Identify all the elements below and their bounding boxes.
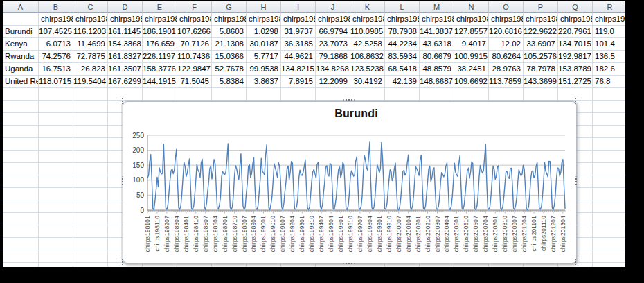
cell[interactable] (108, 88, 143, 101)
cell[interactable] (212, 88, 247, 101)
cell[interactable]: 28.9763 (489, 63, 524, 76)
cell[interactable]: 119.0 (593, 26, 625, 38)
cell[interactable] (39, 225, 73, 238)
cell[interactable]: 21.1308 (212, 38, 247, 51)
cell[interactable] (3, 175, 39, 188)
cell[interactable] (3, 101, 39, 113)
cell[interactable]: 105.2576 (524, 51, 558, 63)
cell[interactable]: 72.7875 (73, 51, 108, 63)
column-header-O[interactable]: O (489, 1, 524, 13)
cell[interactable]: 78.7938 (385, 26, 420, 38)
cell[interactable] (454, 88, 489, 101)
selection-handle-bottom-right[interactable] (573, 259, 578, 265)
cell[interactable] (593, 225, 625, 238)
cell[interactable]: 107.4525 (39, 26, 73, 38)
column-header-M[interactable]: M (420, 1, 454, 13)
column-header-G[interactable]: G (212, 1, 247, 13)
cell[interactable] (73, 263, 108, 267)
field-header-cell[interactable]: chirps198 (489, 13, 524, 26)
cell[interactable] (593, 200, 625, 213)
cell[interactable]: 7.8915 (281, 76, 316, 88)
cell[interactable] (385, 88, 420, 101)
cell[interactable]: 158.3776 (143, 63, 177, 76)
cell[interactable]: 110.7436 (177, 51, 212, 63)
cell[interactable]: 70.7126 (177, 38, 212, 51)
cell[interactable] (593, 250, 625, 263)
cell[interactable] (3, 263, 39, 267)
cell[interactable]: 106.8632 (350, 51, 385, 63)
cell[interactable] (3, 213, 39, 225)
cell[interactable] (39, 188, 73, 200)
cell[interactable] (3, 126, 39, 138)
cell[interactable]: 122.9847 (177, 63, 212, 76)
field-header-cell[interactable]: chirps198 (143, 13, 177, 26)
cell[interactable] (3, 113, 39, 126)
cell[interactable]: 153.8789 (558, 63, 593, 76)
cell[interactable]: 167.6299 (108, 76, 143, 88)
cell[interactable]: 119.5404 (73, 76, 108, 88)
field-header-cell[interactable]: chirps198 (108, 13, 143, 26)
embedded-chart[interactable]: Burundi 050100150200250chirps198101chirp… (123, 101, 577, 264)
field-header-cell[interactable]: chirps198 (73, 13, 108, 26)
cell[interactable]: 42.139 (385, 76, 420, 88)
cell[interactable]: 143.3699 (524, 76, 558, 88)
cell[interactable] (3, 138, 39, 151)
row-label[interactable]: Burundi (3, 26, 39, 38)
row-label[interactable]: Kenya (3, 38, 39, 51)
cell[interactable] (39, 138, 73, 151)
cell[interactable]: 5.8384 (212, 76, 247, 88)
cell[interactable] (593, 263, 625, 267)
cell[interactable] (39, 175, 73, 188)
cell[interactable]: 192.9817 (558, 51, 593, 63)
field-header-cell[interactable]: chirps198 (524, 13, 558, 26)
selection-handle-bottom-middle[interactable] (344, 262, 355, 265)
cell[interactable]: 122.9622 (524, 26, 558, 38)
cell[interactable] (593, 151, 625, 163)
selection-handle-left-middle[interactable] (121, 177, 124, 187)
cell[interactable]: 120.6816 (489, 26, 524, 38)
cell[interactable]: 182.6 (593, 63, 625, 76)
cell[interactable] (39, 263, 73, 267)
cell[interactable] (593, 175, 625, 188)
cell[interactable]: 6.0713 (39, 38, 73, 51)
cell[interactable]: 220.7961 (558, 26, 593, 38)
cell[interactable] (3, 88, 39, 101)
field-header-cell[interactable]: chirps198 (316, 13, 350, 26)
cell[interactable] (39, 151, 73, 163)
cell[interactable] (73, 238, 108, 250)
cell[interactable]: 118.0715 (39, 76, 73, 88)
cell[interactable] (281, 88, 316, 101)
cell[interactable]: 31.9737 (281, 26, 316, 38)
cell[interactable]: 11.4699 (73, 38, 108, 51)
cell[interactable] (39, 113, 73, 126)
cell[interactable]: 12.2099 (316, 76, 350, 88)
column-header-B[interactable]: B (39, 1, 73, 13)
cell[interactable]: 74.2576 (39, 51, 73, 63)
cell[interactable]: 78.7978 (524, 63, 558, 76)
cell[interactable]: 79.1868 (316, 51, 350, 63)
column-header-A[interactable]: A (3, 1, 39, 13)
cell[interactable]: 186.1901 (143, 26, 177, 38)
cell[interactable] (39, 213, 73, 225)
cell[interactable] (73, 151, 108, 163)
cell[interactable]: 113.7859 (489, 76, 524, 88)
cell[interactable] (3, 250, 39, 263)
cell[interactable]: 144.1915 (143, 76, 177, 88)
field-header-cell[interactable]: chirps198 (212, 13, 247, 26)
cell[interactable]: 127.8557 (454, 26, 489, 38)
cell[interactable] (73, 163, 108, 175)
row-label[interactable]: United Re (3, 76, 39, 88)
selection-handle-right-middle[interactable] (575, 177, 578, 187)
selection-handle-top-middle[interactable] (344, 98, 355, 101)
field-header-cell[interactable]: chirps198 (177, 13, 212, 26)
cell[interactable]: 5.7717 (247, 51, 281, 63)
cell[interactable] (593, 126, 625, 138)
cell[interactable] (593, 163, 625, 175)
row-label[interactable]: Rwanda (3, 51, 39, 63)
column-header-F[interactable]: F (177, 1, 212, 13)
field-header-cell[interactable]: chirps198 (558, 13, 593, 26)
field-header-cell[interactable]: chirps198 (350, 13, 385, 26)
cell[interactable] (593, 88, 625, 101)
column-header-P[interactable]: P (524, 1, 558, 13)
cell[interactable] (73, 138, 108, 151)
